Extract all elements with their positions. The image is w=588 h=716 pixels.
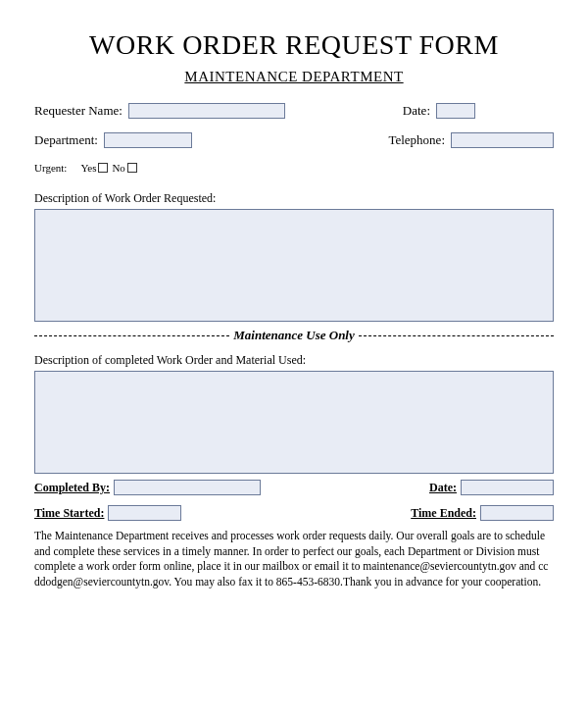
telephone-label: Telephone: — [388, 132, 445, 148]
urgent-yes-label: Yes — [80, 162, 96, 174]
date-completed-label: Date: — [429, 481, 457, 495]
row-dept-phone: Department: Telephone: — [34, 132, 554, 148]
completed-by-input[interactable] — [114, 480, 261, 495]
date-input[interactable] — [436, 103, 475, 119]
description-requested-label: Description of Work Order Requested: — [34, 191, 554, 206]
urgent-no-label: No — [112, 162, 124, 174]
divider-right — [359, 335, 554, 336]
completed-by-label: Completed By: — [34, 481, 110, 495]
time-ended-label: Time Ended: — [411, 506, 476, 521]
urgent-label: Urgent: — [34, 162, 67, 174]
row-times: Time Started: Time Ended: — [34, 505, 554, 521]
description-requested-input[interactable] — [34, 209, 554, 322]
department-label: Department: — [34, 132, 98, 148]
urgent-yes-checkbox[interactable] — [98, 163, 108, 173]
date-completed-input[interactable] — [461, 480, 554, 495]
date-label: Date: — [403, 103, 430, 119]
row-completed-date: Completed By: Date: — [34, 480, 554, 495]
row-name-date: Requester Name: Date: — [34, 103, 554, 119]
department-input[interactable] — [104, 132, 192, 148]
divider-text: Maintenance Use Only — [229, 328, 359, 343]
divider-left — [34, 335, 229, 336]
form-subtitle: MAINTENANCE DEPARTMENT — [34, 69, 554, 85]
urgent-no-checkbox[interactable] — [127, 163, 137, 173]
requester-name-input[interactable] — [128, 103, 285, 119]
description-completed-label: Description of completed Work Order and … — [34, 353, 554, 368]
footer-text: The Maintenance Department receives and … — [34, 529, 554, 589]
maintenance-divider: Maintenance Use Only — [34, 328, 554, 343]
row-urgent: Urgent: Yes No — [34, 162, 554, 174]
telephone-input[interactable] — [451, 132, 554, 148]
time-ended-input[interactable] — [480, 505, 554, 521]
requester-name-label: Requester Name: — [34, 103, 122, 119]
form-title: WORK ORDER REQUEST FORM — [34, 29, 554, 61]
time-started-input[interactable] — [108, 505, 181, 521]
description-completed-input[interactable] — [34, 371, 554, 474]
time-started-label: Time Started: — [34, 506, 104, 521]
